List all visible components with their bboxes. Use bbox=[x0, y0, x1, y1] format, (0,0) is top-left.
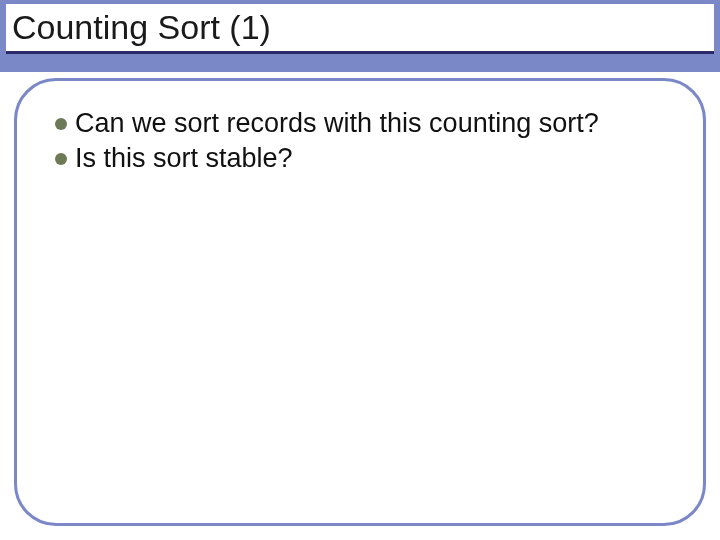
title-plate: Counting Sort (1) bbox=[6, 4, 714, 54]
bullet-text: Is this sort stable? bbox=[75, 143, 293, 173]
bullet-text: Can we sort records with this counting s… bbox=[75, 108, 599, 138]
bullet-item: Is this sort stable? bbox=[55, 142, 671, 175]
bullet-dot-icon bbox=[55, 118, 67, 130]
content-frame: Can we sort records with this counting s… bbox=[14, 78, 706, 526]
bullet-list: Can we sort records with this counting s… bbox=[55, 107, 671, 175]
slide-title: Counting Sort (1) bbox=[12, 8, 271, 47]
header-band: Counting Sort (1) bbox=[0, 0, 720, 72]
bullet-item: Can we sort records with this counting s… bbox=[55, 107, 671, 140]
bullet-dot-icon bbox=[55, 153, 67, 165]
